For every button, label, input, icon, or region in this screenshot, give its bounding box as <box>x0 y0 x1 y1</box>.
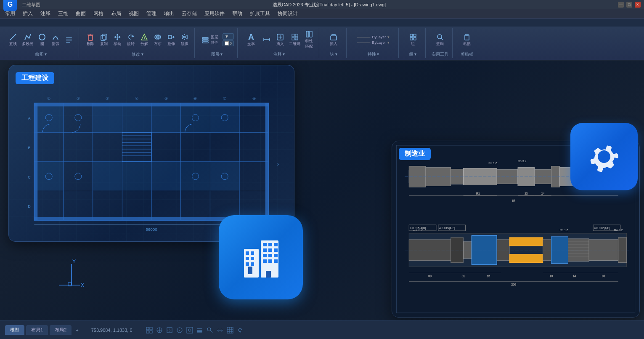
svg-rect-37 <box>413 34 416 37</box>
object-snap-icon[interactable] <box>186 327 193 334</box>
menu-item-help[interactable]: 帮助 <box>229 9 246 18</box>
svg-rect-36 <box>410 34 413 37</box>
close-button[interactable]: ✕ <box>635 2 641 8</box>
svg-rect-194 <box>268 259 272 263</box>
paste-tool[interactable]: 粘贴 <box>461 32 473 48</box>
title-bar-controls[interactable]: — □ ✕ <box>618 2 641 8</box>
text-tool[interactable]: A 文字 <box>243 32 260 48</box>
svg-rect-30 <box>295 37 296 38</box>
qr-code-tool[interactable]: 二维码 <box>287 32 302 48</box>
ribbon-group-group: 组 组 ▾ <box>400 28 426 58</box>
menu-item-surface[interactable]: 曲面 <box>72 9 89 18</box>
arc-tool[interactable]: 圆弧 <box>49 32 62 48</box>
line-tool[interactable]: 直线 <box>7 32 19 48</box>
svg-text:④: ④ <box>135 96 138 101</box>
svg-text:Ra 3.2: Ra 3.2 <box>518 160 527 163</box>
svg-text:B: B <box>28 146 30 150</box>
menu-item-apps[interactable]: 应用软件 <box>201 9 228 18</box>
tab-model[interactable]: 模型 <box>5 325 24 335</box>
delete-tool[interactable]: 删除 <box>84 32 97 48</box>
svg-marker-17 <box>185 35 187 39</box>
svg-rect-67 <box>210 162 239 191</box>
building-icon-container[interactable] <box>219 215 303 299</box>
layer-dropdown[interactable]: ▼ <box>223 33 234 40</box>
group-group-label: 组 ▾ <box>409 51 417 57</box>
snap-icon[interactable] <box>156 327 163 334</box>
gear-icon <box>583 136 625 178</box>
svg-text:13: 13 <box>550 275 553 278</box>
maximize-button[interactable]: □ <box>626 2 632 8</box>
utility-tools: 查询 <box>434 29 446 51</box>
modify-group-label: 修改 ▾ <box>132 51 143 57</box>
layer-properties-tool[interactable]: 图层特性 <box>200 33 220 47</box>
polyline-tool[interactable]: 多段线 <box>20 32 35 48</box>
svg-rect-179 <box>251 251 254 255</box>
menu-item-changyon[interactable]: 常用 <box>2 9 19 18</box>
rotate-tool[interactable]: 旋转 <box>125 32 137 48</box>
svg-text:14: 14 <box>541 192 545 195</box>
boolean-tool[interactable]: 布尔 <box>151 32 164 48</box>
magnify-icon[interactable] <box>207 327 213 334</box>
copy-tool[interactable]: 复制 <box>98 32 110 48</box>
svg-rect-184 <box>263 243 267 246</box>
insert-tool[interactable]: 插入 <box>274 32 286 48</box>
ribbon-group-properties: ───── ByLayer ▾ ───── ByLayer ▾ 特性 ▾ <box>348 28 399 58</box>
table-icon[interactable] <box>227 327 233 334</box>
title-bar: G 二维草图 浩辰CAD 2023 专业版[Trial day left 5] … <box>0 0 644 9</box>
modify-tools: 删除 复制 移动 旋转 分解 <box>84 29 191 51</box>
dimension-tools[interactable] <box>260 35 273 45</box>
menu-item-collab[interactable]: 协同设计 <box>274 9 301 18</box>
annotate-monitor-icon[interactable] <box>217 327 223 334</box>
insert-block-tool[interactable]: 插入 <box>324 32 343 48</box>
move-tool[interactable]: 移动 <box>111 32 124 48</box>
gear-icon-container[interactable] <box>570 123 638 190</box>
menu-item-view[interactable]: 视图 <box>125 9 142 18</box>
match-properties-tool[interactable]: 特性匹配 <box>303 29 315 51</box>
ortho-icon[interactable] <box>166 327 173 334</box>
svg-rect-62 <box>34 162 63 191</box>
ribbon-group-draw: 直线 多段线 圆 圆弧 绘图 ▾ <box>3 28 79 58</box>
tab-layout1[interactable]: 布局1 <box>26 325 48 335</box>
svg-rect-71 <box>265 103 269 221</box>
layer-tools: 图层特性 ▼ 0 <box>200 29 234 51</box>
tab-add[interactable]: + <box>73 326 81 334</box>
svg-line-221 <box>210 331 212 333</box>
query-tool[interactable]: 查询 <box>434 32 446 48</box>
menu-item-extend[interactable]: 扩展工具 <box>246 9 273 18</box>
annotation-group-label: 注释 ▾ <box>273 51 285 57</box>
svg-rect-223 <box>227 327 233 333</box>
svg-rect-192 <box>274 254 278 257</box>
stretch-tool[interactable]: 拉伸 <box>165 32 178 48</box>
tab-layout2[interactable]: 布局2 <box>50 325 72 335</box>
svg-rect-66 <box>181 162 210 191</box>
menu-item-layout[interactable]: 布局 <box>108 9 125 18</box>
svg-line-41 <box>441 38 443 40</box>
menu-item-cloud[interactable]: 云存储 <box>178 9 200 18</box>
menu-item-annotate[interactable]: 注释 <box>37 9 54 18</box>
menu-item-insert[interactable]: 插入 <box>19 9 36 18</box>
refresh-icon[interactable] <box>237 327 244 334</box>
svg-rect-27 <box>292 34 294 37</box>
explode-tool[interactable]: 分解 <box>138 32 151 48</box>
svg-text:Ra 1.6: Ra 1.6 <box>488 162 497 165</box>
svg-text:31: 31 <box>462 275 465 278</box>
linetype-property[interactable]: ───── ByLayer ▾ <box>357 40 390 45</box>
polar-icon[interactable] <box>176 327 183 334</box>
minimize-button[interactable]: — <box>618 2 624 8</box>
svg-rect-39 <box>413 37 416 40</box>
circle-tool[interactable]: 圆 <box>36 32 48 48</box>
canvas-area[interactable]: 工程建设 <box>0 61 644 320</box>
menu-item-3d[interactable]: 三维 <box>55 9 72 18</box>
menu-item-output[interactable]: 输出 <box>161 9 178 18</box>
mirror-tool[interactable]: 镜像 <box>178 32 191 48</box>
color-property[interactable]: ───── ByLayer ▾ <box>357 35 390 39</box>
status-tabs: 模型 布局1 布局2 + <box>5 325 81 335</box>
layer-color-box[interactable]: 0 <box>223 40 234 46</box>
menu-item-mesh[interactable]: 网格 <box>90 9 107 18</box>
grid-icon[interactable] <box>146 327 153 334</box>
svg-rect-193 <box>263 259 267 263</box>
more-draw-tools[interactable] <box>63 35 75 45</box>
group-tool[interactable]: 组 <box>407 32 419 48</box>
menu-item-manage[interactable]: 管理 <box>143 9 160 18</box>
lineweight-icon[interactable] <box>196 327 203 334</box>
